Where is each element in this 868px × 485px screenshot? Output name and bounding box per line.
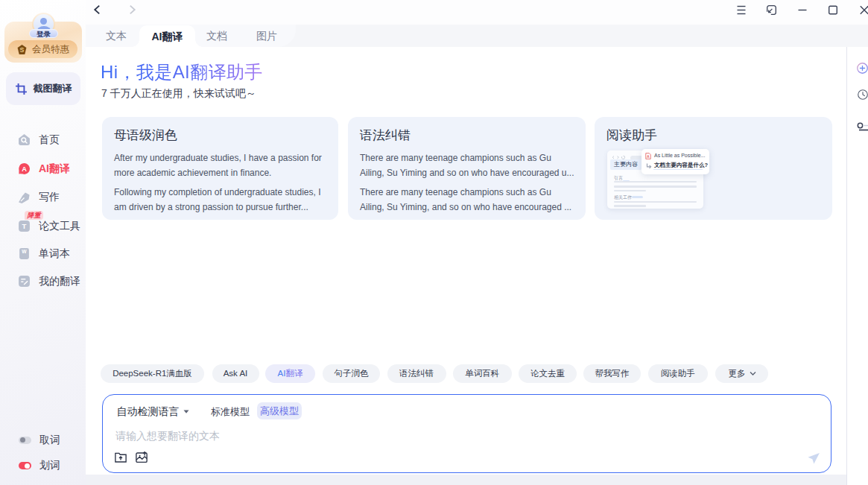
svg-text:S: S (20, 45, 25, 53)
svg-text:A: A (22, 165, 27, 173)
svg-text:T: T (22, 222, 27, 230)
svg-text:W: W (22, 249, 27, 254)
